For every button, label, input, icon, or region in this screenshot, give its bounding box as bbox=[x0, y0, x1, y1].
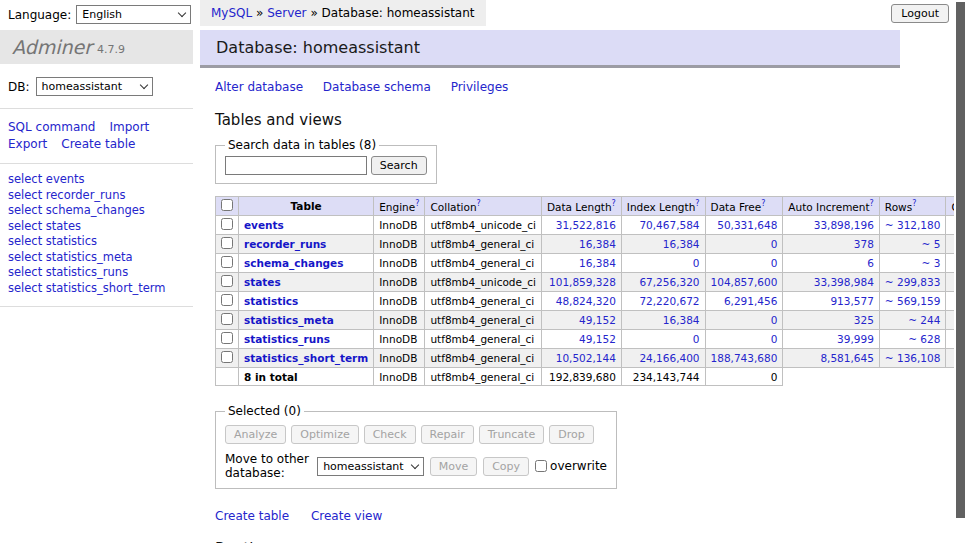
index-length-help-link[interactable]: ? bbox=[695, 199, 699, 208]
table-link[interactable]: statistics_meta bbox=[244, 314, 334, 326]
row-checkbox[interactable] bbox=[221, 237, 233, 249]
table-link[interactable]: statistics_short_term bbox=[244, 352, 368, 364]
rows-cell[interactable]: ~ 312,180 bbox=[879, 216, 946, 235]
check-button[interactable]: Check bbox=[364, 425, 416, 444]
create-table-link[interactable]: Create table bbox=[215, 509, 289, 523]
data-length-help-link[interactable]: ? bbox=[612, 199, 616, 208]
analyze-button[interactable]: Analyze bbox=[225, 425, 286, 444]
data-length-cell[interactable]: 101,859,328 bbox=[541, 273, 621, 292]
auto-increment-cell[interactable]: 6 bbox=[783, 254, 880, 273]
sidebar-item-import[interactable]: Import bbox=[109, 120, 149, 134]
select-all-checkbox[interactable] bbox=[221, 199, 233, 211]
auto-increment-cell[interactable]: 325 bbox=[783, 311, 880, 330]
auto-increment-cell[interactable]: 8,581,645 bbox=[783, 349, 880, 368]
truncate-button[interactable]: Truncate bbox=[479, 425, 544, 444]
index-length-cell[interactable]: 72,220,672 bbox=[621, 292, 705, 311]
index-length-cell[interactable]: 16,384 bbox=[621, 311, 705, 330]
table-link[interactable]: states bbox=[244, 276, 281, 288]
index-length-cell[interactable]: 0 bbox=[621, 254, 705, 273]
optimize-button[interactable]: Optimize bbox=[291, 425, 358, 444]
data-free-cell[interactable]: 6,291,456 bbox=[705, 292, 783, 311]
data-free-cell[interactable]: 0 bbox=[705, 311, 783, 330]
data-free-cell[interactable]: 50,331,648 bbox=[705, 216, 783, 235]
engine-help-link[interactable]: ? bbox=[415, 199, 419, 208]
search-input[interactable] bbox=[225, 156, 367, 175]
auto-increment-cell[interactable]: 378 bbox=[783, 235, 880, 254]
adminer-logo-link[interactable]: Adminer bbox=[12, 36, 92, 58]
database-schema-link[interactable]: Database schema bbox=[323, 80, 431, 94]
rows-cell[interactable]: ~ 299,833 bbox=[879, 273, 946, 292]
data-length-cell[interactable]: 16,384 bbox=[541, 254, 621, 273]
data-length-cell[interactable]: 31,522,816 bbox=[541, 216, 621, 235]
alter-database-link[interactable]: Alter database bbox=[215, 80, 303, 94]
sidebar-item-create-table[interactable]: Create table bbox=[61, 137, 135, 151]
index-length-cell[interactable]: 16,384 bbox=[621, 235, 705, 254]
row-checkbox[interactable] bbox=[221, 332, 233, 344]
sidebar-item-select-schema-changes[interactable]: select schema_changes bbox=[8, 203, 185, 219]
row-checkbox[interactable] bbox=[221, 313, 233, 325]
index-length-cell[interactable]: 70,467,584 bbox=[621, 216, 705, 235]
breadcrumb-mysql-link[interactable]: MySQL bbox=[211, 6, 252, 20]
drop-button[interactable]: Drop bbox=[549, 425, 593, 444]
table-link[interactable]: statistics bbox=[244, 295, 298, 307]
data-free-cell[interactable]: 0 bbox=[705, 330, 783, 349]
row-checkbox[interactable] bbox=[221, 294, 233, 306]
sidebar-item-select-statistics[interactable]: select statistics bbox=[8, 234, 185, 250]
row-checkbox[interactable] bbox=[221, 218, 233, 230]
table-link[interactable]: recorder_runs bbox=[244, 238, 326, 250]
rows-cell[interactable]: ~ 136,108 bbox=[879, 349, 946, 368]
auto-increment-cell[interactable]: 33,898,196 bbox=[783, 216, 880, 235]
scrollbar-thumb[interactable] bbox=[956, 2, 965, 518]
logout-button[interactable]: Logout bbox=[891, 4, 949, 23]
data-length-cell[interactable]: 49,152 bbox=[541, 311, 621, 330]
move-database-select[interactable]: homeassistant bbox=[317, 457, 424, 476]
index-length-cell[interactable]: 67,256,320 bbox=[621, 273, 705, 292]
table-link[interactable]: statistics_runs bbox=[244, 333, 330, 345]
sidebar-item-export[interactable]: Export bbox=[8, 137, 47, 151]
search-button[interactable]: Search bbox=[371, 156, 427, 175]
data-free-cell[interactable]: 104,857,600 bbox=[705, 273, 783, 292]
data-length-cell[interactable]: 16,384 bbox=[541, 235, 621, 254]
create-view-link[interactable]: Create view bbox=[311, 509, 382, 523]
overwrite-checkbox[interactable] bbox=[535, 460, 547, 472]
auto-increment-cell[interactable]: 913,577 bbox=[783, 292, 880, 311]
sidebar-item-select-states[interactable]: select states bbox=[8, 219, 185, 235]
db-select[interactable]: homeassistant bbox=[36, 77, 153, 96]
rows-help-link[interactable]: ? bbox=[912, 199, 916, 208]
auto-increment-cell[interactable]: 39,999 bbox=[783, 330, 880, 349]
table-link[interactable]: schema_changes bbox=[244, 257, 344, 269]
row-checkbox[interactable] bbox=[221, 256, 233, 268]
data-free-cell[interactable]: 0 bbox=[705, 254, 783, 273]
copy-button[interactable]: Copy bbox=[483, 457, 529, 476]
row-checkbox[interactable] bbox=[221, 275, 233, 287]
rows-cell[interactable]: ~ 5 bbox=[879, 235, 946, 254]
data-length-cell[interactable]: 49,152 bbox=[541, 330, 621, 349]
data-length-cell[interactable]: 10,502,144 bbox=[541, 349, 621, 368]
data-free-help-link[interactable]: ? bbox=[761, 199, 765, 208]
row-checkbox[interactable] bbox=[221, 351, 233, 363]
sidebar-item-select-statistics-short-term[interactable]: select statistics_short_term bbox=[8, 281, 185, 297]
table-link[interactable]: events bbox=[244, 219, 284, 231]
sidebar-item-select-statistics-runs[interactable]: select statistics_runs bbox=[8, 265, 185, 281]
index-length-cell[interactable]: 24,166,400 bbox=[621, 349, 705, 368]
rows-cell[interactable]: ~ 628 bbox=[879, 330, 946, 349]
language-select[interactable]: English bbox=[76, 5, 191, 24]
sidebar-item-select-statistics-meta[interactable]: select statistics_meta bbox=[8, 250, 185, 266]
move-button[interactable]: Move bbox=[430, 457, 478, 476]
rows-cell[interactable]: ~ 244 bbox=[879, 311, 946, 330]
privileges-link[interactable]: Privileges bbox=[451, 80, 509, 94]
sidebar-item-sql-command[interactable]: SQL command bbox=[8, 120, 95, 134]
sidebar-item-select-recorder-runs[interactable]: select recorder_runs bbox=[8, 188, 185, 204]
index-length-cell[interactable]: 0 bbox=[621, 330, 705, 349]
collation-help-link[interactable]: ? bbox=[477, 199, 481, 208]
data-free-cell[interactable]: 188,743,680 bbox=[705, 349, 783, 368]
data-length-cell[interactable]: 48,824,320 bbox=[541, 292, 621, 311]
sidebar-item-select-events[interactable]: select events bbox=[8, 172, 185, 188]
data-free-cell[interactable]: 0 bbox=[705, 235, 783, 254]
auto-increment-cell[interactable]: 33,398,984 bbox=[783, 273, 880, 292]
repair-button[interactable]: Repair bbox=[421, 425, 474, 444]
breadcrumb-server-link[interactable]: Server bbox=[267, 6, 306, 20]
rows-cell[interactable]: ~ 569,159 bbox=[879, 292, 946, 311]
auto-increment-help-link[interactable]: ? bbox=[870, 199, 874, 208]
rows-cell[interactable]: ~ 3 bbox=[879, 254, 946, 273]
